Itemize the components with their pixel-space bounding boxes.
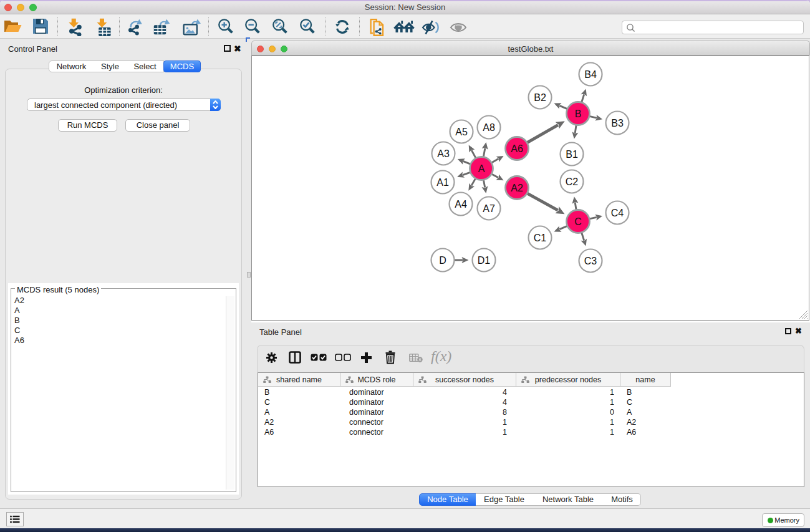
- svg-text:A2: A2: [511, 183, 523, 193]
- svg-text:A8: A8: [483, 122, 495, 133]
- svg-text:A7: A7: [483, 203, 495, 214]
- svg-text:D1: D1: [478, 255, 491, 266]
- svg-text:B2: B2: [534, 92, 546, 103]
- svg-text:C: C: [574, 216, 582, 227]
- svg-text:B4: B4: [584, 69, 597, 80]
- svg-text:B1: B1: [566, 149, 578, 160]
- svg-text:C4: C4: [611, 208, 624, 218]
- svg-text:B3: B3: [611, 118, 624, 128]
- svg-text:D: D: [439, 255, 446, 266]
- svg-text:C3: C3: [584, 256, 597, 266]
- svg-text:A4: A4: [455, 199, 467, 210]
- svg-text:A: A: [478, 163, 485, 174]
- svg-text:B: B: [575, 109, 582, 119]
- svg-text:C2: C2: [566, 177, 579, 187]
- svg-text:A3: A3: [437, 148, 450, 159]
- svg-text:C1: C1: [534, 233, 547, 243]
- svg-text:A6: A6: [511, 143, 523, 154]
- svg-text:A1: A1: [436, 177, 449, 188]
- svg-text:A5: A5: [455, 127, 468, 137]
